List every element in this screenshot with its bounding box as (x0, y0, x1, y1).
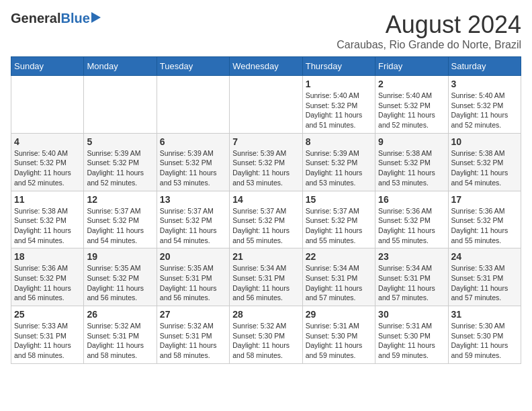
day-info: Sunrise: 5:36 AM Sunset: 5:32 PM Dayligh… (378, 206, 445, 246)
day-number: 31 (451, 309, 518, 320)
day-cell: 6Sunrise: 5:39 AM Sunset: 5:32 PM Daylig… (157, 133, 229, 191)
calendar-body: 1Sunrise: 5:40 AM Sunset: 5:32 PM Daylig… (11, 76, 521, 364)
page-header: General Blue August 2024 Caraubas, Rio G… (11, 11, 521, 51)
calendar-header: SundayMondayTuesdayWednesdayThursdayFrid… (11, 57, 521, 76)
header-day-sunday: Sunday (11, 57, 84, 76)
day-cell: 17Sunrise: 5:36 AM Sunset: 5:32 PM Dayli… (448, 191, 521, 248)
header-day-wednesday: Wednesday (230, 57, 302, 76)
day-cell: 13Sunrise: 5:37 AM Sunset: 5:32 PM Dayli… (157, 191, 229, 248)
day-number: 8 (306, 136, 372, 147)
day-cell: 11Sunrise: 5:38 AM Sunset: 5:32 PM Dayli… (11, 191, 84, 248)
day-info: Sunrise: 5:34 AM Sunset: 5:31 PM Dayligh… (378, 263, 445, 303)
day-info: Sunrise: 5:31 AM Sunset: 5:30 PM Dayligh… (306, 321, 372, 361)
day-cell: 8Sunrise: 5:39 AM Sunset: 5:32 PM Daylig… (302, 133, 375, 191)
logo-arrow-icon (91, 12, 101, 23)
day-number: 14 (232, 194, 299, 205)
location-subtitle: Caraubas, Rio Grande do Norte, Brazil (337, 39, 521, 51)
day-info: Sunrise: 5:38 AM Sunset: 5:32 PM Dayligh… (378, 148, 445, 188)
day-cell: 27Sunrise: 5:32 AM Sunset: 5:31 PM Dayli… (157, 306, 229, 364)
day-info: Sunrise: 5:39 AM Sunset: 5:32 PM Dayligh… (232, 148, 299, 188)
day-cell: 24Sunrise: 5:33 AM Sunset: 5:31 PM Dayli… (448, 248, 521, 306)
day-cell: 20Sunrise: 5:35 AM Sunset: 5:31 PM Dayli… (157, 248, 229, 306)
day-number: 3 (451, 79, 518, 89)
day-info: Sunrise: 5:30 AM Sunset: 5:30 PM Dayligh… (451, 321, 518, 361)
day-number: 11 (14, 194, 81, 205)
day-cell: 10Sunrise: 5:38 AM Sunset: 5:32 PM Dayli… (448, 133, 521, 191)
day-cell: 7Sunrise: 5:39 AM Sunset: 5:32 PM Daylig… (230, 133, 302, 191)
day-cell (230, 76, 302, 134)
day-info: Sunrise: 5:38 AM Sunset: 5:32 PM Dayligh… (14, 206, 81, 246)
day-number: 6 (160, 136, 226, 147)
week-row-2: 4Sunrise: 5:40 AM Sunset: 5:32 PM Daylig… (11, 133, 521, 191)
header-row: SundayMondayTuesdayWednesdayThursdayFrid… (11, 57, 521, 76)
day-cell: 23Sunrise: 5:34 AM Sunset: 5:31 PM Dayli… (375, 248, 448, 306)
day-info: Sunrise: 5:34 AM Sunset: 5:31 PM Dayligh… (306, 263, 372, 303)
day-info: Sunrise: 5:38 AM Sunset: 5:32 PM Dayligh… (451, 148, 518, 188)
day-number: 18 (14, 251, 81, 262)
logo: General Blue (11, 11, 101, 26)
day-cell: 25Sunrise: 5:33 AM Sunset: 5:31 PM Dayli… (11, 306, 84, 364)
day-info: Sunrise: 5:39 AM Sunset: 5:32 PM Dayligh… (306, 148, 372, 188)
day-cell: 26Sunrise: 5:32 AM Sunset: 5:31 PM Dayli… (84, 306, 157, 364)
day-number: 4 (14, 136, 81, 147)
day-number: 9 (378, 136, 445, 147)
day-number: 22 (306, 251, 372, 262)
day-cell: 18Sunrise: 5:36 AM Sunset: 5:32 PM Dayli… (11, 248, 84, 306)
header-day-monday: Monday (84, 57, 157, 76)
day-number: 7 (232, 136, 299, 147)
day-cell: 2Sunrise: 5:40 AM Sunset: 5:32 PM Daylig… (375, 76, 448, 134)
day-info: Sunrise: 5:35 AM Sunset: 5:32 PM Dayligh… (87, 263, 153, 303)
day-info: Sunrise: 5:32 AM Sunset: 5:31 PM Dayligh… (160, 321, 226, 361)
day-cell (157, 76, 229, 134)
day-number: 12 (87, 194, 153, 205)
day-number: 27 (160, 309, 226, 320)
day-number: 28 (232, 309, 299, 320)
day-number: 15 (306, 194, 372, 205)
day-cell: 12Sunrise: 5:37 AM Sunset: 5:32 PM Dayli… (84, 191, 157, 248)
day-cell: 29Sunrise: 5:31 AM Sunset: 5:30 PM Dayli… (302, 306, 375, 364)
day-cell: 5Sunrise: 5:39 AM Sunset: 5:32 PM Daylig… (84, 133, 157, 191)
day-number: 16 (378, 194, 445, 205)
day-cell: 15Sunrise: 5:37 AM Sunset: 5:32 PM Dayli… (302, 191, 375, 248)
day-cell: 21Sunrise: 5:34 AM Sunset: 5:31 PM Dayli… (230, 248, 302, 306)
day-info: Sunrise: 5:32 AM Sunset: 5:31 PM Dayligh… (87, 321, 153, 361)
day-info: Sunrise: 5:32 AM Sunset: 5:30 PM Dayligh… (232, 321, 299, 361)
day-number: 21 (232, 251, 299, 262)
day-cell: 31Sunrise: 5:30 AM Sunset: 5:30 PM Dayli… (448, 306, 521, 364)
logo-general-text: General (11, 11, 60, 26)
day-number: 20 (160, 251, 226, 262)
day-info: Sunrise: 5:33 AM Sunset: 5:31 PM Dayligh… (451, 263, 518, 303)
day-info: Sunrise: 5:31 AM Sunset: 5:30 PM Dayligh… (378, 321, 445, 361)
day-cell: 19Sunrise: 5:35 AM Sunset: 5:32 PM Dayli… (84, 248, 157, 306)
day-info: Sunrise: 5:39 AM Sunset: 5:32 PM Dayligh… (87, 148, 153, 188)
day-number: 17 (451, 194, 518, 205)
day-number: 10 (451, 136, 518, 147)
day-cell (11, 76, 84, 134)
day-number: 24 (451, 251, 518, 262)
title-block: August 2024 Caraubas, Rio Grande do Nort… (337, 11, 521, 51)
header-day-tuesday: Tuesday (157, 57, 229, 76)
day-number: 25 (14, 309, 81, 320)
day-info: Sunrise: 5:37 AM Sunset: 5:32 PM Dayligh… (160, 206, 226, 246)
day-number: 23 (378, 251, 445, 262)
day-cell: 4Sunrise: 5:40 AM Sunset: 5:32 PM Daylig… (11, 133, 84, 191)
header-day-thursday: Thursday (302, 57, 375, 76)
day-info: Sunrise: 5:39 AM Sunset: 5:32 PM Dayligh… (160, 148, 226, 188)
day-info: Sunrise: 5:37 AM Sunset: 5:32 PM Dayligh… (87, 206, 153, 246)
day-cell: 30Sunrise: 5:31 AM Sunset: 5:30 PM Dayli… (375, 306, 448, 364)
day-info: Sunrise: 5:36 AM Sunset: 5:32 PM Dayligh… (451, 206, 518, 246)
day-info: Sunrise: 5:34 AM Sunset: 5:31 PM Dayligh… (232, 263, 299, 303)
logo-blue-text: Blue (60, 11, 89, 26)
day-info: Sunrise: 5:40 AM Sunset: 5:32 PM Dayligh… (14, 148, 81, 188)
day-number: 1 (306, 79, 372, 89)
day-info: Sunrise: 5:36 AM Sunset: 5:32 PM Dayligh… (14, 263, 81, 303)
day-number: 5 (87, 136, 153, 147)
day-cell: 1Sunrise: 5:40 AM Sunset: 5:32 PM Daylig… (302, 76, 375, 134)
calendar-table: SundayMondayTuesdayWednesdayThursdayFrid… (11, 56, 521, 364)
day-cell: 22Sunrise: 5:34 AM Sunset: 5:31 PM Dayli… (302, 248, 375, 306)
day-info: Sunrise: 5:40 AM Sunset: 5:32 PM Dayligh… (378, 91, 445, 130)
day-info: Sunrise: 5:37 AM Sunset: 5:32 PM Dayligh… (306, 206, 372, 246)
week-row-4: 18Sunrise: 5:36 AM Sunset: 5:32 PM Dayli… (11, 248, 521, 306)
header-day-friday: Friday (375, 57, 448, 76)
day-info: Sunrise: 5:33 AM Sunset: 5:31 PM Dayligh… (14, 321, 81, 361)
